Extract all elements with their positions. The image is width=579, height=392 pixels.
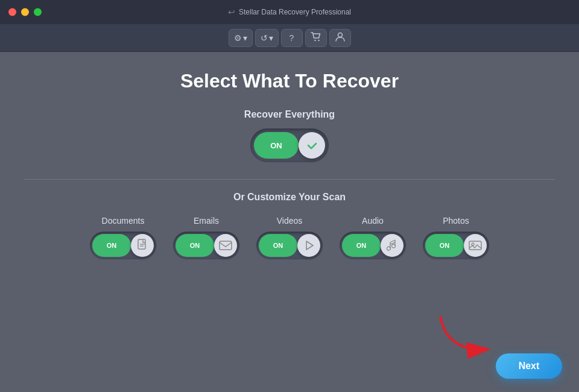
page-title: Select What To Recover bbox=[180, 70, 399, 92]
emails-toggle[interactable]: ON bbox=[173, 232, 239, 259]
photos-toggle-on: ON bbox=[425, 234, 464, 257]
help-button[interactable]: ? bbox=[281, 29, 303, 47]
photos-label: Photos bbox=[443, 216, 469, 226]
question-icon: ? bbox=[290, 33, 294, 43]
toggle-knob bbox=[299, 132, 325, 159]
main-content: Select What To Recover Recover Everythin… bbox=[0, 52, 579, 392]
recover-everything-toggle[interactable]: ON bbox=[250, 128, 329, 162]
customize-scan-label: Or Customize Your Scan bbox=[233, 192, 346, 203]
emails-toggle-knob bbox=[214, 234, 237, 257]
settings-button[interactable]: ⚙ ▾ bbox=[229, 29, 253, 47]
file-type-emails: Emails ON bbox=[173, 216, 239, 259]
title-bar: ↩ Stellar Data Recovery Professional bbox=[0, 0, 579, 24]
chevron-down-icon: ▾ bbox=[243, 33, 247, 43]
minimize-button[interactable] bbox=[21, 8, 29, 16]
file-type-audio: Audio ON bbox=[340, 216, 406, 259]
svg-marker-7 bbox=[306, 241, 313, 250]
audio-label: Audio bbox=[362, 216, 384, 226]
title-bar-content: ↩ Stellar Data Recovery Professional bbox=[228, 7, 351, 17]
toggle-on-label: ON bbox=[254, 132, 299, 159]
account-icon bbox=[335, 31, 346, 44]
file-types-row: Documents ON Emails ON bbox=[24, 216, 555, 259]
history-icon: ↺ bbox=[261, 33, 268, 43]
maximize-button[interactable] bbox=[34, 8, 42, 16]
back-icon: ↩ bbox=[228, 7, 235, 17]
videos-toggle[interactable]: ON bbox=[256, 232, 323, 259]
svg-point-2 bbox=[338, 33, 342, 37]
cart-icon bbox=[311, 32, 321, 43]
cart-button[interactable] bbox=[305, 29, 327, 47]
recover-everything-label: Recover Everything bbox=[244, 109, 335, 120]
close-button[interactable] bbox=[8, 8, 16, 16]
traffic-lights bbox=[8, 8, 42, 16]
documents-toggle-knob bbox=[131, 234, 154, 257]
divider bbox=[24, 179, 555, 180]
toolbar: ⚙ ▾ ↺ ▾ ? bbox=[0, 24, 579, 52]
svg-rect-12 bbox=[469, 241, 481, 250]
audio-toggle[interactable]: ON bbox=[340, 232, 406, 259]
file-type-documents: Documents ON bbox=[90, 216, 156, 259]
videos-toggle-on: ON bbox=[259, 234, 297, 257]
account-button[interactable] bbox=[329, 29, 351, 47]
photos-toggle[interactable]: ON bbox=[423, 232, 489, 259]
svg-rect-6 bbox=[220, 241, 232, 250]
emails-label: Emails bbox=[194, 216, 219, 226]
emails-toggle-on: ON bbox=[176, 234, 214, 257]
file-type-photos: Photos ON bbox=[423, 216, 489, 259]
audio-toggle-knob bbox=[381, 234, 403, 257]
gear-icon: ⚙ bbox=[234, 33, 242, 43]
svg-point-0 bbox=[314, 40, 315, 41]
videos-toggle-knob bbox=[297, 234, 320, 257]
audio-toggle-on: ON bbox=[342, 234, 381, 257]
history-button[interactable]: ↺ ▾ bbox=[255, 29, 279, 47]
documents-toggle-on: ON bbox=[92, 234, 131, 257]
documents-toggle[interactable]: ON bbox=[90, 232, 156, 259]
videos-label: Videos bbox=[277, 216, 303, 226]
photos-toggle-knob bbox=[464, 234, 487, 257]
svg-point-13 bbox=[472, 243, 474, 245]
documents-label: Documents bbox=[102, 216, 145, 226]
chevron-down-icon-2: ▾ bbox=[269, 33, 273, 43]
svg-point-1 bbox=[318, 40, 319, 41]
file-type-videos: Videos ON bbox=[256, 216, 323, 259]
next-button[interactable]: Next bbox=[496, 353, 562, 379]
app-title: Stellar Data Recovery Professional bbox=[239, 8, 351, 16]
